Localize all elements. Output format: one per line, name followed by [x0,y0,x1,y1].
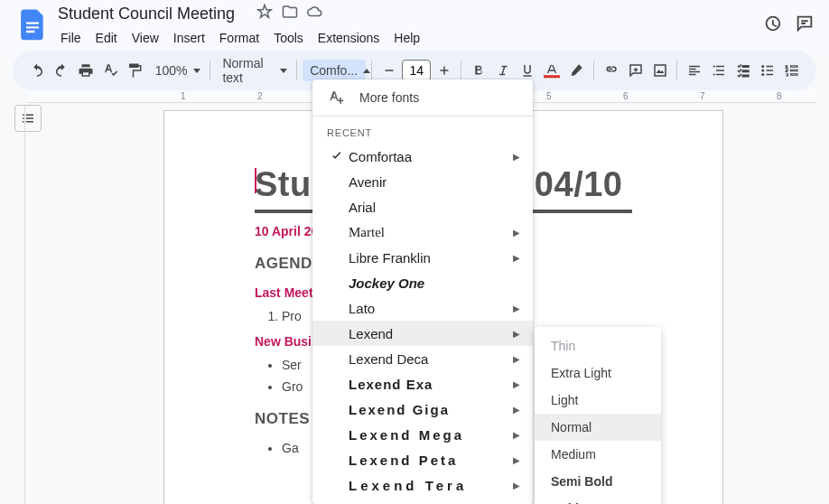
move-icon[interactable] [282,4,298,23]
line-spacing-button[interactable] [707,58,730,83]
weight-extralight[interactable]: Extra Light [535,359,661,387]
menu-edit[interactable]: Edit [89,27,124,49]
svg-rect-1 [655,65,666,76]
font-item-lexend-exa[interactable]: Lexend Exa▶ [312,371,533,397]
highlight-button[interactable] [565,58,588,83]
font-item-comfortaa[interactable]: Comfortaa▶ [312,144,533,169]
recent-label: RECENT [312,117,533,144]
history-icon[interactable] [762,14,782,37]
paint-format-button[interactable] [124,58,146,83]
text-color-button[interactable] [541,58,564,83]
document-title[interactable]: Student Council Meeting [54,3,238,25]
menu-insert[interactable]: Insert [167,27,211,49]
vertical-ruler [13,105,25,504]
print-button[interactable] [74,58,97,83]
font-item-arial[interactable]: Arial [312,194,533,219]
menu-extensions[interactable]: Extensions [312,27,386,49]
weight-medium[interactable]: Medium [535,441,661,468]
font-item-lato[interactable]: Lato▶ [312,295,533,321]
zoom-dropdown[interactable]: 100% [148,60,204,81]
cloud-icon[interactable] [307,4,323,23]
menu-format[interactable]: Format [213,27,265,49]
docs-logo[interactable] [14,7,51,43]
font-item-lexend-mega[interactable]: Lexend Mega▶ [312,422,533,447]
font-item-lexend-peta[interactable]: Lexend Peta▶ [312,447,533,472]
numbered-list-button[interactable] [781,58,804,83]
font-weight-menu: ThinExtra LightLightNormalMediumSemi Bol… [535,327,661,504]
menu-file[interactable]: File [54,27,88,49]
redo-button[interactable] [50,58,72,83]
font-item-lexend[interactable]: Lexend▶ [312,321,533,346]
comment-icon[interactable] [795,14,815,37]
weight-semibold[interactable]: Semi Bold [535,468,661,495]
weight-thin[interactable]: Thin [535,332,661,359]
font-menu: More fonts RECENT Comfortaa▶AvenirArialM… [312,79,533,504]
font-item-libre-franklin[interactable]: Libre Franklin▶ [312,245,533,270]
weight-bold[interactable]: Bold [535,495,661,504]
spellcheck-button[interactable] [98,58,121,83]
font-item-lexend-giga[interactable]: Lexend Giga▶ [312,397,533,422]
link-button[interactable] [600,58,622,83]
font-item-jockey-one[interactable]: Jockey One [312,270,533,295]
menu-tools[interactable]: Tools [267,27,310,49]
weight-light[interactable]: Light [535,387,661,414]
header-bar: Student Council Meeting FileEditViewInse… [0,0,829,51]
weight-normal[interactable]: Normal [535,414,661,441]
style-dropdown[interactable]: Normal text [215,52,291,89]
add-comment-button[interactable] [624,58,647,83]
font-item-avenir[interactable]: Avenir [312,169,533,194]
menu-help[interactable]: Help [387,27,426,49]
svg-point-4 [761,73,764,76]
font-dropdown[interactable]: Comfo... [303,60,366,81]
text-cursor [255,168,256,193]
svg-rect-0 [544,75,560,78]
font-item-lexend-deca[interactable]: Lexend Deca▶ [312,346,533,371]
svg-point-3 [761,70,764,72]
more-fonts-button[interactable]: More fonts [312,79,533,117]
font-item-martel[interactable]: Martel▶ [312,219,533,245]
menu-view[interactable]: View [126,27,165,49]
star-icon[interactable] [256,4,273,23]
bullet-list-button[interactable] [757,58,779,83]
font-size-input[interactable] [402,60,431,81]
menu-bar: FileEditViewInsertFormatToolsExtensionsH… [54,27,426,49]
svg-point-2 [761,65,764,68]
font-item-lexend-tera[interactable]: Lexend Tera▶ [312,472,533,498]
font-item-lexend-zetta[interactable]: Lexend Zetta▶ [312,498,533,504]
undo-button[interactable] [25,58,48,83]
image-button[interactable] [648,58,671,83]
checklist-button[interactable] [731,58,754,83]
align-button[interactable] [683,58,705,83]
